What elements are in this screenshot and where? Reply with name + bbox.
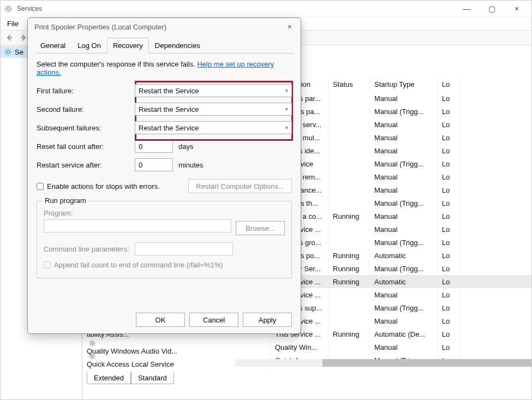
cmdline-input[interactable] — [135, 242, 233, 255]
cell-logon: Lo — [438, 289, 459, 301]
cell-logon: Lo — [438, 302, 459, 314]
col-startup[interactable]: Startup Type — [370, 78, 438, 91]
cell-status — [328, 345, 370, 349]
reset-count-label: Reset fail count after: — [37, 142, 135, 151]
cell-status — [328, 96, 370, 100]
cancel-button[interactable]: Cancel — [189, 313, 238, 327]
dialog-title-bar: Print Spooler Properties (Local Computer… — [28, 18, 301, 35]
tab-dependencies[interactable]: Dependencies — [149, 38, 206, 53]
cell-logon: Lo — [438, 210, 459, 223]
browse-button[interactable]: Browse... — [236, 221, 285, 235]
dialog-body: Select the computer's response if this s… — [28, 53, 301, 285]
subsequent-failures-select[interactable]: Restart the Service ▾ — [135, 121, 292, 134]
cell-startup: Manual — [370, 132, 438, 144]
cell-status — [328, 148, 370, 153]
restart-after-input[interactable] — [135, 158, 173, 171]
gear-icon — [87, 339, 98, 347]
tab-logon[interactable]: Log On — [71, 38, 107, 53]
svg-point-0 — [7, 7, 9, 10]
cell-logon: Lo — [438, 276, 459, 288]
cell-startup: Manual — [370, 315, 438, 327]
cell-logon: Lo — [438, 118, 459, 131]
window-title: Services — [17, 5, 454, 13]
cell-logon: Lo — [438, 249, 459, 262]
cell-startup: Manual (Trigg... — [370, 158, 438, 170]
cell-logon: Lo — [438, 105, 459, 118]
cell-startup: Manual — [370, 184, 438, 196]
second-failure-row: Second failure: Restart the Service ▾ — [37, 103, 292, 116]
cmdline-label: Command line parameters: — [44, 245, 129, 253]
svg-point-3 — [91, 355, 94, 357]
gear-icon — [87, 353, 98, 360]
cell-description: Quality Win... — [271, 341, 328, 354]
cell-status — [328, 240, 370, 244]
cell-logon: Lo — [438, 341, 459, 354]
second-failure-label: Second failure: — [37, 105, 135, 114]
col-logon[interactable]: Lo — [438, 78, 459, 91]
append-label: Append fail count to end of command line… — [54, 261, 223, 269]
cell-logon: Lo — [438, 223, 459, 236]
cell-status — [328, 175, 370, 179]
reset-count-unit: days — [178, 142, 193, 151]
cell-status: Running — [328, 328, 370, 341]
second-failure-select[interactable]: Restart the Service ▾ — [135, 103, 292, 116]
cell-status — [328, 109, 370, 114]
cell-status: Running — [328, 262, 370, 275]
apply-button[interactable]: Apply — [243, 313, 292, 327]
scrollbar-thumb[interactable] — [322, 359, 531, 367]
cell-status — [328, 227, 370, 231]
subsequent-failures-row: Subsequent failures: Restart the Service… — [37, 121, 292, 134]
tab-recovery[interactable]: Recovery — [107, 38, 149, 53]
subsequent-failures-label: Subsequent failures: — [37, 124, 135, 132]
restart-after-label: Restart service after: — [37, 161, 135, 169]
cell-status: Running — [328, 210, 370, 223]
svg-point-1 — [7, 50, 9, 53]
cell-startup: Manual — [370, 118, 438, 131]
cell-logon: Lo — [438, 158, 459, 170]
bottom-tabs: Extended Standard — [87, 372, 174, 384]
cell-startup: Manual (Trigg... — [370, 262, 438, 275]
cell-logon: Lo — [438, 315, 459, 327]
cell-status: Running — [328, 276, 370, 288]
title-bar: Services — ▢ × — [1, 1, 531, 17]
cell-logon: Lo — [438, 171, 459, 183]
restart-after-row: Restart service after: minutes — [37, 158, 292, 171]
cell-status — [328, 319, 370, 323]
append-checkbox[interactable] — [44, 261, 51, 268]
close-button[interactable]: × — [504, 1, 529, 17]
cell-startup: Manual — [370, 210, 438, 223]
enable-actions-checkbox[interactable] — [37, 183, 44, 190]
tab-extended[interactable]: Extended — [87, 372, 131, 384]
menu-file[interactable]: File — [3, 19, 23, 29]
cell-logon: Lo — [438, 184, 459, 196]
first-failure-select[interactable]: Restart the Service ▾ — [135, 84, 292, 97]
minimize-button[interactable]: — — [454, 1, 479, 17]
enable-actions-row: Enable actions for stops with errors. Re… — [37, 179, 292, 193]
append-row: Append fail count to end of command line… — [44, 261, 285, 269]
tab-general[interactable]: General — [34, 38, 71, 53]
intro-text-block: Select the computer's response if this s… — [37, 60, 292, 76]
first-failure-label: First failure: — [37, 87, 135, 95]
maximize-button[interactable]: ▢ — [479, 1, 504, 17]
cell-logon: Lo — [438, 262, 459, 275]
cell-logon: Lo — [438, 92, 459, 105]
cell-startup: Manual (Trigg... — [370, 197, 438, 210]
cell-logon: Lo — [438, 145, 459, 157]
cell-status — [328, 292, 370, 297]
dialog-close-button[interactable]: × — [285, 20, 294, 33]
ok-button[interactable]: OK — [136, 313, 185, 327]
reset-count-input[interactable] — [135, 140, 173, 153]
program-input[interactable] — [44, 219, 231, 232]
chevron-down-icon: ▾ — [285, 106, 288, 112]
back-icon[interactable] — [3, 31, 16, 44]
cell-startup: Manual — [370, 223, 438, 236]
cell-logon: Lo — [438, 132, 459, 144]
tab-standard[interactable]: Standard — [131, 372, 174, 384]
horizontal-scrollbar[interactable] — [235, 359, 527, 367]
cell-startup: Automatic (De... — [370, 328, 438, 341]
col-status[interactable]: Status — [328, 78, 370, 91]
cell-startup: Manual (Trigg... — [370, 302, 438, 314]
restart-computer-options-button[interactable]: Restart Computer Options... — [188, 179, 292, 193]
cell-startup: Automatic — [370, 249, 438, 262]
chevron-down-icon: ▾ — [285, 88, 288, 93]
